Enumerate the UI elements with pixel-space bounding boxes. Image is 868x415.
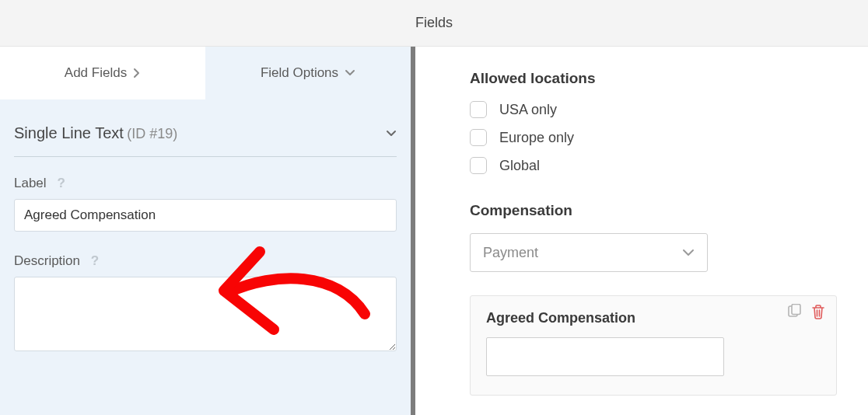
compensation-select[interactable]: Payment — [470, 233, 708, 272]
field-card-title: Agreed Compensation — [486, 310, 821, 326]
allowed-locations-title: Allowed locations — [470, 70, 837, 87]
checkbox-icon — [470, 129, 487, 146]
checkbox-europe-only[interactable]: Europe only — [470, 129, 837, 146]
page-title: Fields — [415, 15, 453, 31]
checkbox-label: USA only — [499, 102, 557, 118]
tab-field-options-label: Field Options — [261, 65, 338, 81]
field-card-input[interactable] — [486, 337, 724, 376]
left-panel: Add Fields Field Options Single Line Tex… — [0, 47, 415, 415]
help-icon[interactable]: ? — [54, 176, 68, 190]
chevron-right-icon — [133, 68, 141, 78]
compensation-title: Compensation — [470, 202, 837, 219]
field-type-name: Single Line Text — [14, 124, 124, 141]
checkbox-usa-only[interactable]: USA only — [470, 101, 837, 118]
trash-icon[interactable] — [811, 304, 825, 319]
chevron-down-icon — [682, 249, 695, 257]
svg-rect-1 — [792, 305, 800, 315]
description-field-title-row: Description ? — [14, 253, 397, 269]
checkbox-label: Europe only — [499, 130, 574, 146]
checkbox-label: Global — [499, 158, 540, 174]
duplicate-icon[interactable] — [786, 304, 802, 319]
page-header: Fields — [0, 0, 868, 47]
compensation-select-value: Payment — [483, 245, 538, 261]
tab-add-fields[interactable]: Add Fields — [0, 47, 205, 99]
chevron-down-icon — [386, 130, 397, 138]
allowed-locations-group: USA only Europe only Global — [470, 101, 837, 174]
label-field-title: Label — [14, 176, 47, 191]
field-type-header[interactable]: Single Line Text (ID #19) — [14, 124, 397, 157]
description-field-title: Description — [14, 253, 80, 269]
tab-add-fields-label: Add Fields — [65, 65, 127, 81]
chevron-down-icon — [345, 69, 355, 77]
tabs: Add Fields Field Options — [0, 47, 411, 99]
content: Add Fields Field Options Single Line Tex… — [0, 47, 868, 415]
checkbox-icon — [470, 101, 487, 118]
label-input[interactable] — [14, 199, 397, 232]
field-card-agreed-compensation[interactable]: Agreed Compensation — [470, 295, 837, 396]
panel-body: Single Line Text (ID #19) Label ? Descri… — [0, 99, 411, 368]
field-type-id: (ID #19) — [127, 126, 177, 141]
card-actions — [786, 304, 825, 319]
checkbox-global[interactable]: Global — [470, 157, 837, 174]
help-icon[interactable]: ? — [88, 254, 102, 268]
label-field-title-row: Label ? — [14, 176, 397, 191]
description-textarea[interactable] — [14, 277, 397, 351]
checkbox-icon — [470, 157, 487, 174]
tab-field-options[interactable]: Field Options — [205, 47, 411, 99]
right-panel: Allowed locations USA only Europe only G… — [415, 47, 868, 415]
